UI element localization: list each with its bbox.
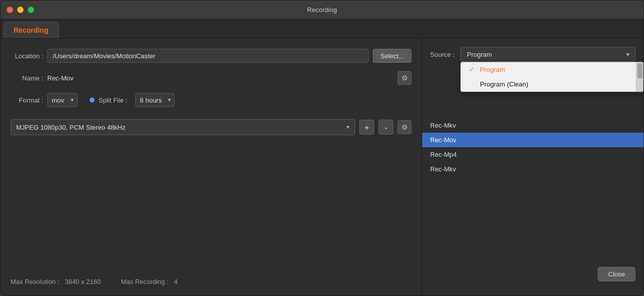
codec-select-wrapper: MJPEG 1080p30, PCM Stereo 48kHz — [11, 119, 355, 135]
location-row: Location : Select... — [11, 49, 412, 63]
traffic-lights — [7, 7, 34, 13]
main-content: Location : Select... Name : ⚙ Format : m… — [1, 39, 643, 295]
window-title: Recording — [307, 6, 337, 14]
status-bar: Max Resolution : 3840 x 2160 Max Recordi… — [11, 268, 412, 285]
dropdown-item-program-clean[interactable]: Program (Clean) — [461, 77, 643, 91]
format-select-wrapper: mov mp4 mkv — [47, 93, 77, 107]
remove-codec-button[interactable]: - — [378, 120, 393, 135]
format-row: Format : mov mp4 mkv Split File : 1 hour… — [11, 93, 412, 107]
dropdown-scrollbar[interactable] — [636, 62, 643, 91]
close-traffic-light[interactable] — [7, 7, 13, 13]
close-button[interactable]: Close — [598, 267, 635, 281]
file-list-item-rec-mkv[interactable]: Rec-Mkv — [422, 162, 643, 176]
name-row: Name : ⚙ — [11, 71, 412, 85]
file-list-item-rec-mp4[interactable]: Rec-Mp4 — [422, 147, 643, 162]
file-list: Rec-Mkv Rec-Mov Rec-Mp4 Rec-Mkv — [422, 118, 643, 261]
checkmark-icon: ✓ — [469, 66, 476, 73]
split-file-label: Split File : — [99, 96, 127, 104]
name-label: Name : — [11, 74, 43, 82]
right-panel: Source : Program Program (Clean) ✓ Progr… — [422, 39, 643, 295]
title-bar: Recording — [1, 1, 643, 20]
checkmark-empty — [469, 80, 476, 88]
file-list-item-rec-mkv-top[interactable]: Rec-Mkv — [422, 118, 643, 133]
left-panel: Location : Select... Name : ⚙ Format : m… — [1, 39, 422, 295]
tab-bar: Recording — [1, 20, 643, 39]
name-input[interactable] — [47, 72, 393, 84]
right-panel-footer: Close — [422, 261, 643, 287]
add-codec-button[interactable]: + — [359, 120, 374, 135]
scrollbar-thumb — [637, 63, 642, 78]
split-select-wrapper: 1 hour 2 hours 4 hours 8 hours None — [135, 93, 175, 107]
codec-row: MJPEG 1080p30, PCM Stereo 48kHz + - ⚙ — [11, 119, 412, 135]
file-list-item-rec-mov[interactable]: Rec-Mov — [422, 133, 643, 147]
tab-recording[interactable]: Recording — [3, 22, 59, 38]
name-gear-button[interactable]: ⚙ — [397, 71, 412, 85]
location-label: Location : — [11, 52, 43, 60]
format-label: Format : — [11, 96, 43, 104]
source-select[interactable]: Program Program (Clean) — [460, 47, 635, 62]
max-recording-info: Max Recording : 4 — [121, 278, 178, 285]
minimize-traffic-light[interactable] — [17, 7, 24, 13]
dropdown-item-program[interactable]: ✓ Program — [461, 62, 643, 77]
codec-gear-button[interactable]: ⚙ — [397, 120, 412, 134]
source-label: Source : — [430, 51, 460, 58]
select-button[interactable]: Select... — [373, 49, 412, 63]
split-dot — [90, 97, 95, 103]
source-dropdown-popup: ✓ Program Program (Clean) — [460, 62, 643, 92]
source-row: Source : Program Program (Clean) — [422, 47, 643, 62]
codec-select[interactable]: MJPEG 1080p30, PCM Stereo 48kHz — [11, 119, 355, 135]
maximize-traffic-light[interactable] — [28, 7, 34, 13]
source-select-wrapper: Program Program (Clean) — [460, 47, 635, 62]
format-select[interactable]: mov mp4 mkv — [47, 93, 77, 107]
recording-window: Recording Recording Location : Select...… — [0, 0, 644, 296]
split-select[interactable]: 1 hour 2 hours 4 hours 8 hours None — [135, 93, 175, 107]
location-input[interactable] — [47, 49, 369, 63]
max-resolution-info: Max Resolution : 3840 x 2160 — [11, 278, 101, 285]
